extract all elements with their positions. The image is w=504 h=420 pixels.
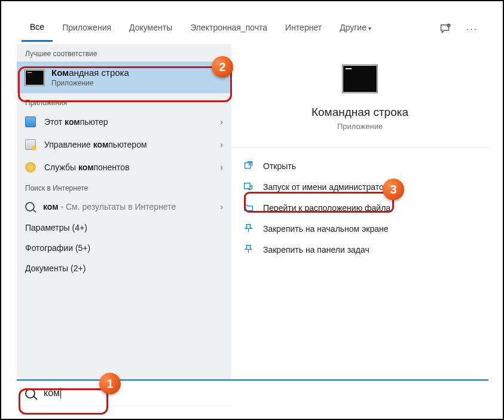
open-icon xyxy=(243,161,253,171)
result-component-services[interactable]: Службы компонентов › xyxy=(17,156,231,179)
action-list: Открыть Запуск от имени администратора П… xyxy=(231,148,488,260)
computer-icon xyxy=(25,117,36,127)
search-window: Все Приложения Документы Электронная_поч… xyxy=(17,14,488,406)
chevron-right-icon: › xyxy=(220,202,223,211)
preview-subtitle: Приложение xyxy=(337,122,383,131)
chevron-right-icon: › xyxy=(220,117,223,127)
tab-apps[interactable]: Приложения xyxy=(54,18,120,41)
best-match-title: Командная строка xyxy=(51,68,129,78)
preview-panel: Командная строка Приложение Открыть Запу… xyxy=(231,44,488,406)
svg-rect-1 xyxy=(245,163,251,168)
preview-app-icon xyxy=(343,65,377,93)
action-open-location[interactable]: Перейти к расположению файла xyxy=(231,197,488,218)
filter-tabs: Все Приложения Документы Электронная_поч… xyxy=(17,14,488,44)
result-web-search[interactable]: ком - См. результаты в Интернете › xyxy=(17,196,231,217)
chevron-down-icon: ▾ xyxy=(368,25,371,32)
preview-title: Командная строка xyxy=(311,106,408,119)
action-run-as-admin[interactable]: Запуск от имени администратора xyxy=(231,176,488,197)
tab-documents[interactable]: Документы xyxy=(121,18,181,41)
action-pin-taskbar[interactable]: Закрепить на панели задач xyxy=(231,239,488,260)
result-computer-management[interactable]: Управление компьютером › xyxy=(17,133,231,156)
tab-internet[interactable]: Интернет xyxy=(277,18,330,41)
best-match-label: Лучшее соответствие xyxy=(17,44,231,62)
category-photos[interactable]: Фотографии (5+) xyxy=(17,238,231,258)
more-options-icon[interactable]: ··· xyxy=(460,24,484,35)
best-match-result[interactable]: Командная строка Приложение xyxy=(17,62,231,93)
pin-start-icon xyxy=(243,223,253,234)
results-panel: Лучшее соответствие Командная строка При… xyxy=(17,44,231,406)
tab-email[interactable]: Электронная_почта xyxy=(182,18,276,41)
apps-label: Приложения xyxy=(17,93,231,111)
folder-icon xyxy=(243,203,253,213)
cmd-prompt-icon xyxy=(25,70,44,85)
chevron-right-icon: › xyxy=(220,140,223,149)
feedback-icon[interactable] xyxy=(439,23,452,36)
action-pin-start[interactable]: Закрепить на начальном экране xyxy=(231,218,488,239)
search-bar[interactable]: ком xyxy=(17,379,488,406)
search-icon xyxy=(25,202,35,211)
annotation-badge-3: 3 xyxy=(383,179,404,200)
admin-shield-icon xyxy=(243,182,253,192)
component-services-icon xyxy=(25,162,36,173)
action-open[interactable]: Открыть xyxy=(231,155,488,176)
search-icon xyxy=(25,388,35,398)
pin-taskbar-icon xyxy=(243,244,253,255)
category-documents[interactable]: Документы (2+) xyxy=(17,258,231,278)
tab-other[interactable]: Другие▾ xyxy=(331,18,380,41)
svg-rect-2 xyxy=(245,183,250,189)
annotation-badge-1: 1 xyxy=(99,373,121,394)
annotation-badge-2: 2 xyxy=(212,56,233,78)
management-icon xyxy=(25,139,36,150)
chevron-right-icon: › xyxy=(220,163,223,172)
category-settings[interactable]: Параметры (4+) xyxy=(17,217,231,238)
tab-all[interactable]: Все xyxy=(22,17,53,42)
best-match-subtitle: Приложение xyxy=(51,79,129,87)
result-this-pc[interactable]: Этот компьютер › xyxy=(17,111,231,133)
internet-search-label: Поиск в Интернете xyxy=(17,179,231,196)
